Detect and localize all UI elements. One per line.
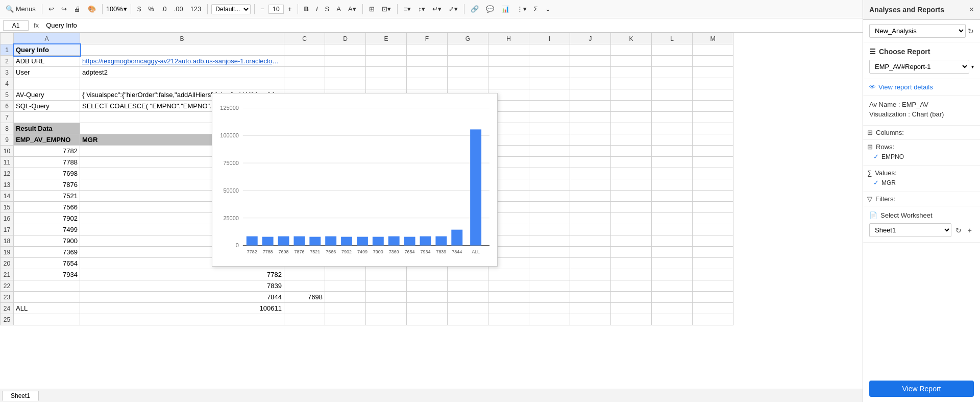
cell[interactable] [652, 56, 693, 67]
cell[interactable] [652, 314, 693, 325]
cell[interactable] [488, 303, 529, 314]
row-header-12[interactable]: 12 [1, 168, 14, 179]
undo-button[interactable]: ↩ [46, 4, 57, 14]
cell[interactable] [80, 44, 284, 56]
cell[interactable] [611, 56, 652, 67]
cell[interactable] [407, 303, 448, 314]
cell[interactable] [693, 134, 733, 146]
cell[interactable] [570, 202, 611, 213]
cell[interactable] [693, 292, 733, 303]
cell[interactable] [693, 67, 733, 78]
cell[interactable] [693, 213, 733, 224]
cell[interactable]: 7782 [14, 146, 80, 157]
cell[interactable] [611, 134, 652, 146]
number-format-button[interactable]: 123 [188, 4, 204, 14]
link-button[interactable]: 🔗 [468, 4, 481, 14]
cell[interactable] [529, 314, 570, 325]
cell[interactable] [570, 179, 611, 191]
cell[interactable] [570, 123, 611, 134]
cell[interactable] [611, 202, 652, 213]
sheet-tab-sheet1[interactable]: Sheet1 [2, 391, 39, 401]
col-header-j[interactable]: J [570, 33, 611, 44]
cell[interactable] [652, 303, 693, 314]
cell[interactable]: 7902 [14, 213, 80, 224]
view-report-details-button[interactable]: 👁 View report details [869, 83, 933, 91]
italic-button[interactable]: I [313, 4, 321, 14]
cell[interactable]: 7934 [14, 269, 80, 280]
cell[interactable] [611, 157, 652, 168]
cell[interactable] [570, 292, 611, 303]
col-header-d[interactable]: D [325, 33, 366, 44]
col-header-h[interactable]: H [488, 33, 529, 44]
cell[interactable] [570, 303, 611, 314]
cell[interactable] [693, 280, 733, 292]
cell[interactable] [652, 235, 693, 247]
cell[interactable] [652, 89, 693, 101]
cell[interactable] [284, 67, 325, 78]
cell[interactable] [570, 78, 611, 89]
cell[interactable] [611, 303, 652, 314]
cell[interactable] [570, 269, 611, 280]
cell[interactable] [448, 280, 488, 292]
cell[interactable] [488, 44, 529, 56]
cell[interactable]: 7900 [14, 235, 80, 247]
merge-button[interactable]: ⊡▾ [379, 4, 394, 14]
cell[interactable] [529, 157, 570, 168]
cell[interactable] [570, 146, 611, 157]
cell[interactable]: adptest2 [80, 67, 284, 78]
percent-button[interactable]: % [145, 4, 157, 14]
more-button[interactable]: ⌄ [543, 4, 553, 14]
cell[interactable] [570, 112, 611, 123]
cell[interactable] [570, 44, 611, 56]
cell[interactable] [529, 292, 570, 303]
cell[interactable] [693, 202, 733, 213]
highlight-color-button[interactable]: A▾ [346, 4, 359, 14]
cell[interactable] [693, 112, 733, 123]
col-header-m[interactable]: M [693, 33, 733, 44]
cell[interactable] [652, 44, 693, 56]
cell[interactable] [529, 213, 570, 224]
cell[interactable] [80, 314, 284, 325]
col-header-c[interactable]: C [284, 33, 325, 44]
cell[interactable] [529, 112, 570, 123]
cell[interactable]: 7698 [284, 292, 325, 303]
cell[interactable] [652, 123, 693, 134]
cell[interactable] [611, 191, 652, 202]
cell[interactable] [693, 89, 733, 101]
cell[interactable] [529, 179, 570, 191]
cell[interactable] [14, 314, 80, 325]
cell[interactable] [570, 280, 611, 292]
cell[interactable] [284, 44, 325, 56]
cell[interactable] [529, 191, 570, 202]
cell[interactable]: SQL-Query [14, 101, 80, 112]
wrap-button[interactable]: ↵▾ [430, 4, 444, 14]
rotate-button[interactable]: ⤢▾ [446, 4, 460, 14]
cell[interactable] [611, 213, 652, 224]
cell[interactable] [284, 314, 325, 325]
cell[interactable] [325, 56, 366, 67]
row-header-10[interactable]: 10 [1, 146, 14, 157]
cell[interactable] [529, 202, 570, 213]
function-button[interactable]: Σ [531, 4, 541, 14]
cell[interactable] [570, 314, 611, 325]
cell[interactable] [488, 292, 529, 303]
cell[interactable] [652, 101, 693, 112]
cell[interactable] [14, 280, 80, 292]
cell[interactable] [448, 269, 488, 280]
cell[interactable] [611, 44, 652, 56]
cell[interactable] [407, 44, 448, 56]
cell[interactable] [652, 179, 693, 191]
cell[interactable] [693, 44, 733, 56]
print-button[interactable]: 🖨 [71, 4, 83, 14]
col-header-f[interactable]: F [407, 33, 448, 44]
view-report-main-button[interactable]: View Report [869, 381, 974, 397]
cell[interactable] [80, 78, 284, 89]
strikethrough-button[interactable]: S [323, 4, 332, 14]
row-header-2[interactable]: 2 [1, 56, 14, 67]
cell[interactable] [488, 314, 529, 325]
worksheet-add-button[interactable]: + [966, 225, 974, 235]
row-header-20[interactable]: 20 [1, 258, 14, 269]
cell[interactable] [611, 123, 652, 134]
cell[interactable] [407, 56, 448, 67]
cell[interactable] [652, 157, 693, 168]
